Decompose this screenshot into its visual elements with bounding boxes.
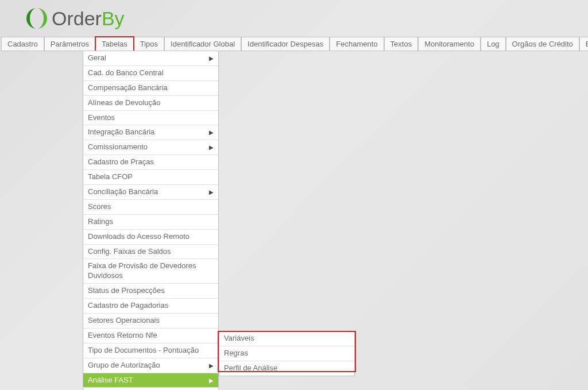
dropdown-item-label: Comissionamento [88, 142, 148, 152]
dropdown-item-label: Eventos [88, 113, 115, 123]
dropdown-item-12[interactable]: Downloads do Acesso Remoto [83, 230, 218, 245]
dropdown-item-17[interactable]: Setores Operacionais [83, 314, 218, 329]
menu-log[interactable]: Log [481, 37, 506, 51]
menubar: Cadastro Parâmetros Tabelas Tipos Identi… [0, 37, 588, 51]
menu-encerrar-sessao[interactable]: Encerrar Sessão [579, 37, 588, 51]
dropdown-item-18[interactable]: Eventos Retorno Nfe [83, 329, 218, 343]
submenu-regras[interactable]: Regras [219, 346, 354, 361]
dropdown-item-label: Faixa de Provisão de Devedores Duvidosos [88, 261, 214, 281]
dropdown-item-3[interactable]: Alíneas de Devolução [83, 96, 218, 111]
chevron-right-icon: ▶ [209, 362, 214, 369]
dropdown-item-19[interactable]: Tipo de Documentos - Pontuação [83, 343, 218, 358]
dropdown-item-0[interactable]: Geral▶ [83, 51, 218, 66]
dropdown-item-label: Cad. do Banco Central [88, 68, 164, 78]
dropdown-item-label: Conciliação Bancária [88, 187, 158, 197]
dropdown-item-label: Scores [88, 202, 111, 212]
dropdown-item-2[interactable]: Compensação Bancária [83, 81, 218, 96]
dropdown-item-label: Tipo de Documentos - Pontuação [88, 346, 199, 356]
dropdown-item-9[interactable]: Conciliação Bancária▶ [83, 185, 218, 200]
chevron-right-icon: ▶ [209, 144, 214, 151]
chevron-right-icon: ▶ [209, 129, 214, 136]
dropdown-item-label: Análise FAST [88, 376, 133, 385]
logo-area: OrderBy [0, 0, 588, 37]
dropdown-item-label: Compensação Bancária [88, 83, 168, 93]
dropdown-item-5[interactable]: Integração Bancária▶ [83, 125, 218, 140]
chevron-right-icon: ▶ [209, 55, 214, 62]
dropdown-item-14[interactable]: Faixa de Provisão de Devedores Duvidosos [83, 259, 218, 284]
dropdown-item-label: Config. Faixas de Saldos [88, 247, 171, 257]
submenu-perfil-analise[interactable]: Perfil de Análise [219, 361, 354, 376]
dropdown-item-label: Eventos Retorno Nfe [88, 331, 157, 341]
dropdown-item-7[interactable]: Cadastro de Praças [83, 155, 218, 170]
dropdown-item-8[interactable]: Tabela CFOP [83, 170, 218, 185]
dropdown-item-label: Geral [88, 53, 106, 63]
dropdown-item-4[interactable]: Eventos [83, 111, 218, 126]
menu-identificador-global[interactable]: Identificador Global [164, 37, 241, 51]
logo-icon [24, 6, 49, 31]
menu-tabelas[interactable]: Tabelas [95, 37, 134, 51]
dropdown-item-10[interactable]: Scores [83, 200, 218, 215]
dropdown-item-11[interactable]: Ratings [83, 215, 218, 230]
dropdown-item-label: Downloads do Acesso Remoto [88, 232, 189, 242]
dropdown-item-label: Integração Bancária [88, 128, 154, 137]
dropdown-item-label: Cadastro de Pagadorias [88, 301, 168, 311]
menu-orgaos-credito[interactable]: Orgãos de Crédito [506, 37, 579, 51]
menu-identificador-despesas[interactable]: Identificador Despesas [241, 37, 330, 51]
dropdown-item-20[interactable]: Grupo de Autorização▶ [83, 358, 218, 373]
dropdown-item-1[interactable]: Cad. do Banco Central [83, 66, 218, 81]
dropdown-item-label: Status de Prospecções [88, 286, 165, 296]
dropdown-item-21[interactable]: Análise FAST▶ [83, 373, 218, 388]
logo-order: Order [52, 7, 102, 29]
logo-by: By [102, 7, 125, 29]
dropdown-item-label: Ratings [88, 217, 113, 227]
submenu-variaveis[interactable]: Variáveis [219, 331, 354, 346]
dropdown-item-16[interactable]: Cadastro de Pagadorias [83, 299, 218, 314]
dropdown-tabelas: Geral▶Cad. do Banco CentralCompensação B… [83, 51, 219, 390]
menu-tipos[interactable]: Tipos [134, 37, 164, 51]
dropdown-item-label: Tabela CFOP [88, 172, 133, 182]
chevron-right-icon: ▶ [209, 377, 214, 384]
dropdown-item-label: Cadastro de Praças [88, 157, 154, 167]
menu-monitoramento[interactable]: Monitoramento [418, 37, 481, 51]
dropdown-item-label: Alíneas de Devolução [88, 98, 160, 108]
dropdown-item-15[interactable]: Status de Prospecções [83, 284, 218, 299]
dropdown-item-label: Setores Operacionais [88, 316, 160, 326]
chevron-right-icon: ▶ [209, 188, 214, 196]
menu-cadastro[interactable]: Cadastro [1, 37, 44, 51]
dropdown-item-label: Grupo de Autorização [88, 361, 160, 370]
menu-textos[interactable]: Textos [384, 37, 419, 51]
submenu-analise-fast: Variáveis Regras Perfil de Análise [219, 331, 355, 376]
dropdown-item-6[interactable]: Comissionamento▶ [83, 140, 218, 155]
menu-parametros[interactable]: Parâmetros [44, 37, 95, 51]
menu-fechamento[interactable]: Fechamento [330, 37, 384, 51]
dropdown-item-22[interactable]: Painel Debenturistas▶ [83, 388, 218, 390]
dropdown-item-13[interactable]: Config. Faixas de Saldos [83, 245, 218, 260]
logo-text: OrderBy [52, 7, 125, 30]
